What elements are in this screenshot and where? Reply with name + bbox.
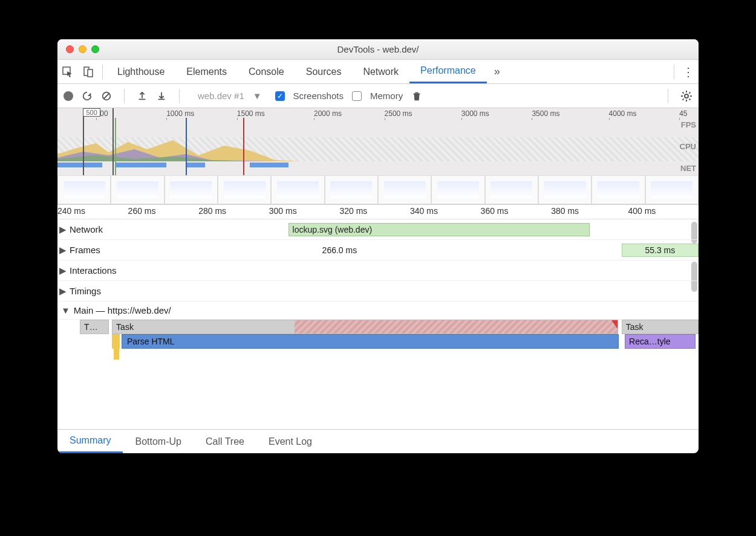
track-timings[interactable]: ▶ Timings (57, 281, 699, 302)
tab-bottom-up[interactable]: Bottom-Up (123, 430, 193, 453)
settings-gear-icon[interactable] (680, 90, 692, 102)
tab-event-log[interactable]: Event Log (256, 430, 324, 453)
overview-tick: 2500 ms (385, 109, 412, 118)
tab-sources[interactable]: Sources (295, 60, 353, 83)
flame-chart[interactable]: T… Task Task Parse HTML Reca…tyle (57, 320, 699, 392)
overview-tick: 2000 ms (314, 109, 342, 118)
overview-timeline[interactable]: 5001000 ms1500 ms2000 ms2500 ms3000 ms35… (57, 108, 699, 205)
network-request-bar[interactable]: lockup.svg (web.dev) (288, 223, 590, 236)
svg-line-4 (104, 93, 109, 98)
screenshot-thumb[interactable] (271, 175, 324, 204)
divider (668, 89, 668, 103)
screenshot-thumb[interactable] (645, 175, 699, 204)
frame-bar[interactable]: 266.0 ms (57, 244, 622, 257)
tab-network[interactable]: Network (352, 60, 409, 83)
ruler-tick: 320 ms (339, 206, 367, 216)
tracks-area: ▶ Network lockup.svg (web.dev) ▶ Frames … (57, 219, 699, 429)
expand-icon[interactable]: ▶ (57, 265, 68, 276)
tab-summary[interactable]: Summary (57, 430, 123, 453)
collapse-icon[interactable]: ▼ (61, 305, 70, 315)
svg-rect-8 (414, 93, 420, 94)
screenshot-thumb[interactable] (485, 175, 538, 204)
divider (179, 89, 180, 103)
tab-lighthouse[interactable]: Lighthouse (106, 60, 175, 83)
track-label: Network (68, 224, 103, 234)
record-button[interactable] (64, 91, 73, 101)
window-title: DevTools - web.dev/ (57, 44, 699, 54)
screenshot-thumb[interactable] (111, 175, 164, 204)
recording-name: web.dev #1 (198, 91, 244, 101)
device-toolbar-icon[interactable] (78, 66, 99, 78)
tab-elements[interactable]: Elements (175, 60, 238, 83)
task-bar[interactable]: T… (80, 320, 109, 334)
detail-ruler[interactable]: 240 ms260 ms280 ms300 ms320 ms340 ms360 … (57, 205, 699, 219)
load-profile-button[interactable] (137, 91, 148, 102)
ruler-tick: 360 ms (481, 206, 509, 216)
ruler-tick: 300 ms (269, 206, 297, 216)
track-network[interactable]: ▶ Network lockup.svg (web.dev) (57, 219, 699, 240)
inspect-element-icon[interactable] (57, 66, 78, 78)
devtools-window: DevTools - web.dev/ Lighthouse Elements … (57, 39, 699, 453)
screenshot-thumb[interactable] (218, 175, 271, 204)
task-bar[interactable]: Task (112, 320, 618, 334)
overview-marker-blue (186, 118, 187, 175)
script-bar[interactable] (114, 349, 119, 360)
titlebar: DevTools - web.dev/ (57, 39, 699, 60)
screenshots-checkbox[interactable]: ✓ (275, 91, 285, 101)
details-tabs: Summary Bottom-Up Call Tree Event Log (57, 429, 699, 453)
ruler-tick: 380 ms (551, 206, 579, 216)
ruler-tick: 400 ms (628, 206, 656, 216)
screenshot-thumbnails (57, 175, 699, 204)
ruler-tick: 340 ms (410, 206, 438, 216)
expand-icon[interactable]: ▶ (57, 224, 68, 235)
task-bar[interactable]: Task (622, 320, 699, 334)
overview-tick: 3500 ms (532, 109, 559, 118)
overview-tick: 45 (679, 109, 687, 118)
save-profile-button[interactable] (156, 91, 167, 102)
ruler-tick: 240 ms (57, 206, 85, 216)
ruler-tick: 260 ms (128, 206, 156, 216)
track-main-header[interactable]: ▼ Main — https://web.dev/ (57, 302, 699, 320)
cpu-overview-band (57, 137, 699, 161)
gc-button[interactable] (411, 90, 422, 102)
panel-tabs: Lighthouse Elements Console Sources Netw… (57, 60, 699, 84)
net-overview-band (57, 163, 699, 169)
screenshot-thumb[interactable] (165, 175, 218, 204)
track-label: Interactions (68, 265, 117, 276)
memory-checkbox[interactable] (352, 91, 362, 101)
track-label: Timings (68, 286, 101, 296)
recalc-style-bar[interactable]: Reca…tyle (625, 334, 696, 349)
reload-button[interactable] (82, 91, 93, 102)
frame-bar[interactable]: 55.3 ms (622, 244, 699, 257)
clear-button[interactable] (101, 91, 112, 102)
screenshot-thumb[interactable] (325, 175, 378, 204)
selection-label: 500 (83, 108, 100, 117)
divider (674, 65, 674, 79)
script-bar[interactable] (112, 334, 120, 349)
track-frames[interactable]: ▶ Frames 266.0 ms 55.3 ms (57, 240, 699, 260)
performance-toolbar: web.dev #1 ▼ ✓ Screenshots Memory (57, 84, 699, 108)
expand-icon[interactable]: ▶ (57, 286, 68, 297)
screenshot-thumb[interactable] (431, 175, 484, 204)
overview-tick: 1500 ms (237, 109, 265, 118)
cpu-lane-label: CPU (680, 142, 696, 151)
screenshot-thumb[interactable] (538, 175, 591, 204)
parse-html-bar[interactable]: Parse HTML (122, 334, 619, 349)
tab-call-tree[interactable]: Call Tree (194, 430, 256, 453)
overview-tick: 4000 ms (609, 109, 637, 118)
kebab-menu-icon[interactable]: ⋮ (678, 65, 699, 79)
screenshot-thumb[interactable] (57, 175, 111, 204)
screenshot-thumb[interactable] (378, 175, 431, 204)
long-task-indicator (295, 320, 618, 334)
track-label: Main — https://web.dev/ (74, 305, 171, 315)
tab-console[interactable]: Console (238, 60, 295, 83)
divider (102, 65, 103, 79)
screenshot-thumb[interactable] (591, 175, 645, 204)
recording-dropdown-icon[interactable]: ▼ (253, 91, 262, 101)
net-lane-label: NET (680, 164, 696, 173)
more-tabs-icon[interactable]: » (487, 65, 507, 78)
overview-marker-red (243, 118, 244, 175)
overview-marker-green (115, 118, 116, 175)
tab-performance[interactable]: Performance (409, 60, 487, 83)
track-interactions[interactable]: ▶ Interactions (57, 260, 699, 281)
